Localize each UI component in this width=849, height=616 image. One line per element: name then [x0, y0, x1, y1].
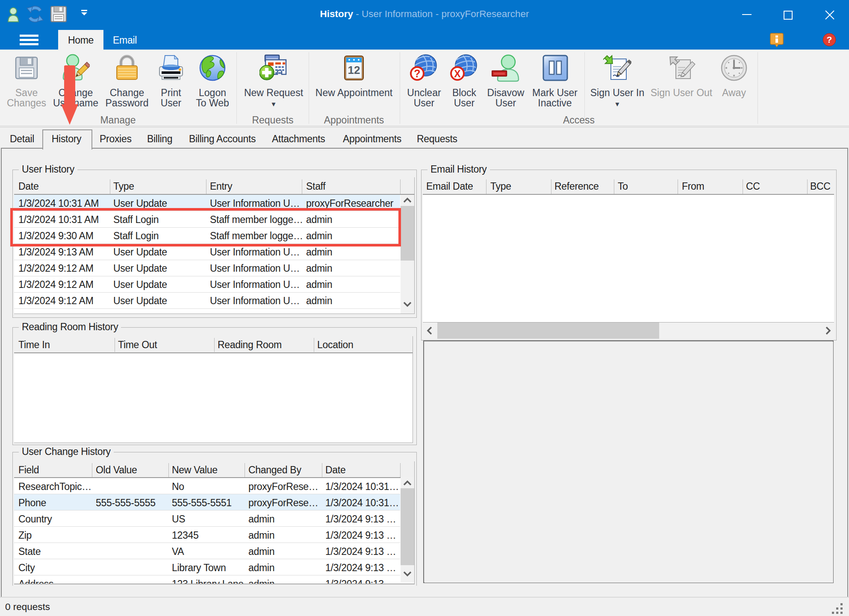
- svg-text:X: X: [454, 68, 461, 79]
- svg-text:?: ?: [414, 67, 420, 79]
- svg-text:12: 12: [348, 64, 360, 76]
- svg-text:?: ?: [827, 35, 832, 44]
